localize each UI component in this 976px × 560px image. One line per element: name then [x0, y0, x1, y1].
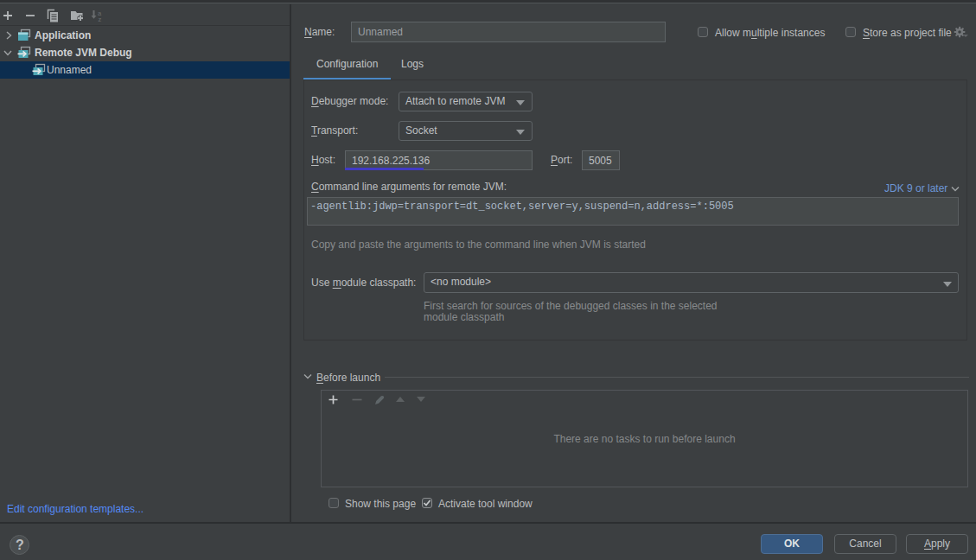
svg-text:z: z: [99, 16, 102, 23]
